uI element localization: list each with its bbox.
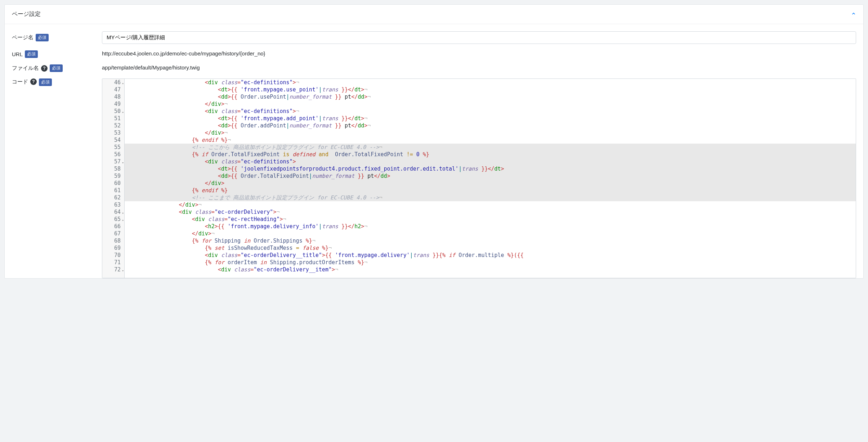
label-page-name: ページ名 必須	[12, 31, 102, 44]
value-code: 46▾47484950▾51525354555657▾5859606162636…	[102, 78, 856, 278]
code-line[interactable]: <!-- ここまで 商品追加ポイント設定プラグイン for EC-CUBE 4.…	[125, 194, 856, 201]
code-line[interactable]: <dt>{{ 'front.mypage.use_point'|trans }}…	[125, 86, 856, 93]
row-file-name: ファイル名 ? 必須 app/template/default/Mypage/h…	[12, 64, 856, 72]
url-value: http://eccube4.joolen.co.jp/demo/ec-cube…	[102, 50, 856, 58]
label-file-name: ファイル名 ? 必須	[12, 64, 102, 72]
required-badge: 必須	[39, 78, 52, 86]
label-text: コード	[12, 78, 28, 85]
code-line[interactable]: </div>¬	[125, 100, 856, 108]
code-line[interactable]: </div>¬	[125, 201, 856, 208]
code-line[interactable]: <div class="ec-orderDelivery__item">¬	[125, 266, 856, 273]
help-icon[interactable]: ?	[41, 65, 48, 72]
help-icon[interactable]: ?	[30, 78, 37, 85]
code-line[interactable]: {% endif %}¬	[125, 136, 856, 144]
code-line[interactable]: {% for Shipping in Order.Shippings %}¬	[125, 237, 856, 244]
label-text: ページ名	[12, 34, 33, 41]
code-line[interactable]: <div class="ec-rectHeading">¬	[125, 216, 856, 223]
label-text: ファイル名	[12, 65, 39, 72]
required-badge: 必須	[50, 64, 63, 72]
editor-code-area[interactable]: <div class="ec-definitions">¬ <dt>{{ 'fr…	[125, 79, 856, 278]
code-line[interactable]: <!-- ここから 商品追加ポイント設定プラグイン for EC-CUBE 4.…	[125, 144, 856, 151]
code-line[interactable]: <div class="ec-definitions">	[125, 158, 856, 165]
code-line[interactable]: <div class="ec-orderDelivery__title">{{ …	[125, 252, 856, 259]
code-line[interactable]: </div>	[125, 180, 856, 187]
required-badge: 必須	[25, 50, 38, 58]
code-line[interactable]: <dd>{{ Order.usePoint|number_format }} p…	[125, 93, 856, 100]
code-line[interactable]: {% for orderItem in Shipping.productOrde…	[125, 259, 856, 266]
editor-gutter: 46▾47484950▾51525354555657▾5859606162636…	[102, 79, 125, 278]
code-editor[interactable]: 46▾47484950▾51525354555657▾5859606162636…	[102, 78, 856, 278]
code-line[interactable]: {% endif %}	[125, 187, 856, 194]
row-url: URL 必須 http://eccube4.joolen.co.jp/demo/…	[12, 50, 856, 58]
code-line[interactable]: <div class="ec-orderDelivery">¬	[125, 208, 856, 216]
panel-body: ページ名 必須 URL 必須 http://eccube4.joolen.co.…	[5, 24, 863, 278]
row-page-name: ページ名 必須	[12, 31, 856, 44]
page-settings-panel: ページ設定 ページ名 必須 URL 必須 http://eccube4.jool…	[4, 4, 864, 279]
code-line[interactable]: <dt>{{ 'front.mypage.add_point'|trans }}…	[125, 115, 856, 122]
code-line[interactable]: <dt>{{ 'joolenfixedpointsforproduct4.pro…	[125, 165, 856, 172]
code-line[interactable]: <dd>{{ Order.addPoint|number_format }} p…	[125, 122, 856, 129]
chevron-up-icon	[851, 11, 856, 18]
label-url: URL 必須	[12, 50, 102, 58]
value-page-name	[102, 31, 856, 44]
code-line[interactable]: <div class="ec-definitions">¬	[125, 108, 856, 115]
code-line[interactable]: </div>¬	[125, 230, 856, 237]
code-line[interactable]: {% if Order.TotalFixedPoint is defined a…	[125, 151, 856, 158]
code-line[interactable]: <h2>{{ 'front.mypage.delivery_info'|tran…	[125, 223, 856, 230]
label-code: コード ? 必須	[12, 78, 102, 278]
code-line[interactable]: </div>¬	[125, 129, 856, 136]
page-name-input[interactable]	[102, 31, 856, 44]
row-code: コード ? 必須 46▾47484950▾51525354555657▾5859…	[12, 78, 856, 278]
label-text: URL	[12, 51, 23, 57]
panel-header[interactable]: ページ設定	[5, 5, 863, 24]
code-line[interactable]: {% set isShowReducedTaxMess = false %}¬	[125, 244, 856, 252]
file-name-value: app/template/default/Mypage/history.twig	[102, 64, 856, 72]
code-line[interactable]: <dd>{{ Order.TotalFixedPoint|number_form…	[125, 172, 856, 180]
panel-title: ページ設定	[12, 10, 41, 18]
code-line[interactable]: <div class="ec-definitions">¬	[125, 79, 856, 86]
required-badge: 必須	[36, 34, 49, 41]
